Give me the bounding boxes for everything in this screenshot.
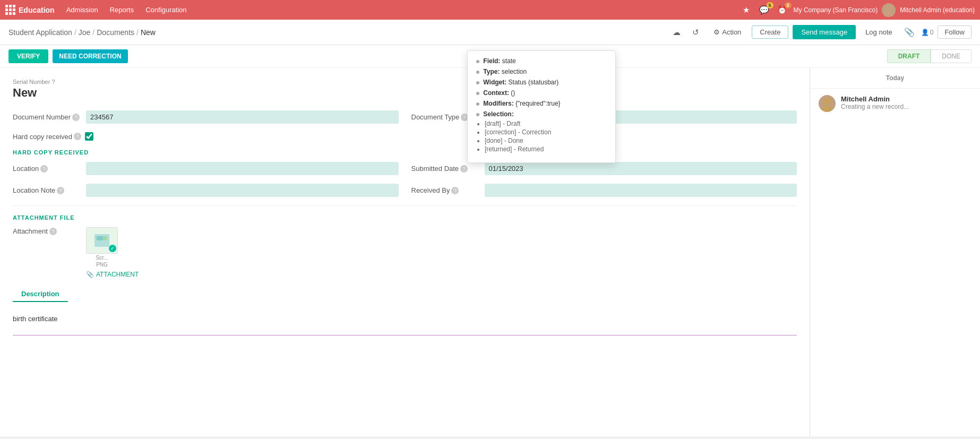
hard-copy-checkbox[interactable] (85, 132, 93, 141)
breadcrumb-student-application[interactable]: Student Application (8, 28, 72, 37)
form-panel: Serial Number ? New Document Number ? Do… (0, 68, 810, 436)
send-message-button[interactable]: Send message (793, 25, 856, 39)
topnav-right: ★ 💬 5 ⏰ 3 My Company (San Francisco) Mit… (740, 3, 975, 17)
status-done[interactable]: DONE (931, 49, 972, 63)
selection-list: [draft] - Draft [correction] - Correctio… (476, 120, 607, 153)
follower-count[interactable]: 👤 0 (921, 29, 934, 36)
field-label: Field: (483, 57, 500, 65)
action-buttons: VERIFY NEED CORRECTION (8, 49, 128, 63)
paperclip-icon[interactable]: 📎 (902, 25, 917, 40)
dot-selection (476, 113, 479, 116)
type-label: Type: (483, 68, 500, 75)
field-attachment: Attachment ? ✓ (13, 227, 797, 278)
location-input[interactable] (86, 162, 399, 175)
clock-icon-btn[interactable]: ⏰ 3 (776, 3, 789, 17)
popover-context: Context: () (476, 89, 607, 97)
status-draft[interactable]: DRAFT (887, 49, 931, 63)
dot-context (476, 92, 479, 95)
star-icon-btn[interactable]: ★ (740, 3, 753, 17)
topnav: Education Admission Reports Configuratio… (0, 0, 980, 20)
chat-icon-btn[interactable]: 💬 5 (758, 3, 771, 17)
popover: Field: state Type: selection Widget: Sta… (467, 50, 616, 163)
received-by-input[interactable] (485, 184, 797, 197)
company-name: My Company (San Francisco) (794, 6, 878, 14)
breadcrumb-documents[interactable]: Documents (97, 28, 134, 37)
selection-item-1: [correction] - Correction (485, 128, 607, 136)
breadcrumb-sep-2: / (92, 28, 94, 37)
chatter-avatar (819, 95, 836, 112)
field-submitted-date: Submitted Date ? (411, 162, 797, 175)
widget-value: Status (statusbar) (509, 79, 559, 86)
chatter-content: Mitchell Admin Creating a new record... (841, 95, 909, 112)
row-attachment: Attachment ? ✓ (13, 227, 797, 278)
breadcrumb-sep-3: / (136, 28, 139, 37)
user-avatar[interactable] (882, 3, 896, 17)
svg-point-1 (884, 12, 893, 17)
follower-count-value: 0 (930, 29, 934, 36)
description-textarea[interactable]: birth certificate (13, 311, 797, 335)
follow-button[interactable]: Follow (938, 25, 972, 39)
hard-copy-help[interactable]: ? (74, 133, 81, 140)
svg-rect-3 (97, 236, 103, 240)
location-note-input[interactable] (86, 184, 399, 197)
menu-configuration[interactable]: Configuration (140, 4, 192, 16)
chatter-message: Mitchell Admin Creating a new record... (810, 89, 980, 118)
selection-item-2: [done] - Done (485, 137, 607, 144)
popover-modifiers: Modifiers: {"required":true} (476, 100, 607, 107)
selection-item-0: [draft] - Draft (485, 120, 607, 127)
action-button[interactable]: ⚙ Action (707, 26, 747, 38)
chatter-author: Mitchell Admin (841, 95, 909, 103)
refresh-icon[interactable]: ↺ (688, 25, 703, 40)
attachment-check-icon: ✓ (109, 245, 116, 252)
location-note-help[interactable]: ? (57, 187, 64, 194)
popover-widget: Widget: Status (statusbar) (476, 79, 607, 86)
selection-item-3: [returned] - Returned (485, 145, 607, 153)
attachment-link-text: ATTACHMENT (96, 271, 139, 278)
cloud-upload-icon[interactable]: ☁ (669, 25, 684, 40)
serial-number-label: Serial Number ? (13, 79, 797, 85)
app-logo[interactable]: Education (5, 5, 55, 15)
submitted-date-label: Submitted Date ? (411, 165, 480, 173)
app-name: Education (19, 6, 55, 14)
breadcrumb: Student Application / Joe / Documents / … (8, 28, 156, 37)
username: Mitchell Admin (education) (900, 6, 975, 14)
log-note-button[interactable]: Log note (860, 25, 898, 39)
create-button[interactable]: Create (752, 25, 788, 39)
location-help[interactable]: ? (40, 165, 48, 173)
popover-type: Type: selection (476, 68, 607, 75)
context-value: () (511, 89, 515, 97)
need-correction-button[interactable]: NEED CORRECTION (53, 49, 127, 63)
submitted-date-help[interactable]: ? (460, 165, 468, 173)
attachment-help[interactable]: ? (49, 228, 57, 235)
field-document-number: Document Number ? (13, 110, 399, 124)
svg-point-4 (103, 236, 107, 240)
action-label: Action (722, 28, 741, 36)
attachment-ext: PNG (86, 262, 118, 268)
verify-button[interactable]: VERIFY (8, 49, 48, 63)
breadcrumb-actions: ☁ ↺ ⚙ Action Create Send message Log not… (669, 25, 972, 40)
context-label: Context: (483, 89, 509, 97)
menu-admission[interactable]: Admission (61, 4, 104, 16)
field-hard-copy: Hard copy received ? (13, 132, 797, 141)
serial-number-help[interactable]: ? (51, 79, 55, 85)
submitted-date-input[interactable] (485, 162, 797, 175)
breadcrumb-joe[interactable]: Joe (79, 28, 91, 37)
doc-number-help[interactable]: ? (72, 114, 80, 121)
hard-copy-label: Hard copy received ? (13, 133, 82, 141)
tab-description[interactable]: Description (13, 287, 68, 302)
row-hard-copy: Hard copy received ? (13, 132, 797, 141)
attachment-link[interactable]: 📎 ATTACHMENT (86, 271, 139, 278)
svg-point-6 (821, 106, 833, 112)
received-by-help[interactable]: ? (451, 187, 459, 194)
attachment-thumb[interactable]: ✓ Scr... PNG (86, 227, 118, 268)
doc-number-label: Document Number ? (13, 113, 82, 121)
received-by-label: Received By ? (411, 186, 480, 194)
document-number-input[interactable] (86, 110, 399, 124)
field-location-note: Location Note ? (13, 184, 399, 197)
svg-point-0 (886, 5, 892, 12)
menu-reports[interactable]: Reports (105, 4, 140, 16)
widget-label: Widget: (483, 79, 506, 86)
row-doc-number: Document Number ? Document Type ? (13, 110, 797, 124)
tab-bar: Description (13, 287, 797, 302)
dot-modifiers (476, 102, 479, 106)
